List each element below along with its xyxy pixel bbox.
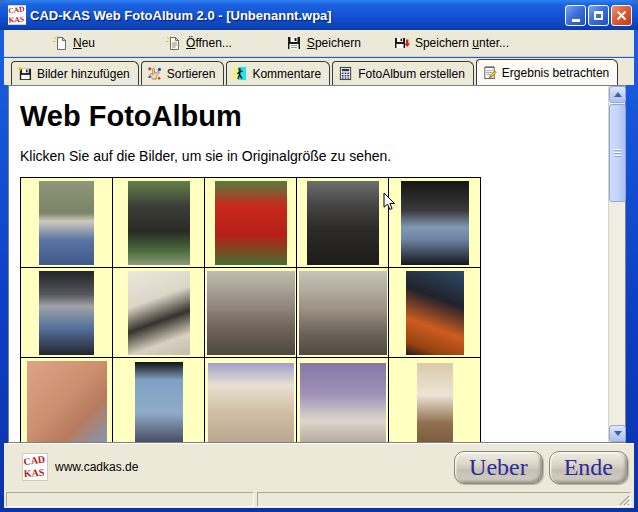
photo-thumbnail[interactable]	[215, 181, 287, 265]
app-window: CAD KAS CAD-KAS Web FotoAlbum 2.0 - [Unb…	[0, 0, 638, 512]
status-bar	[4, 490, 634, 508]
photo-thumbnail[interactable]	[299, 271, 387, 355]
photo-row	[21, 178, 481, 268]
photo-cell[interactable]	[21, 358, 113, 443]
photo-thumbnail[interactable]	[128, 181, 190, 265]
tab-label: FotoAlbum erstellen	[358, 67, 465, 81]
view-result-icon	[482, 65, 497, 80]
open-button[interactable]: Öffnen...	[161, 33, 236, 53]
minimize-icon	[572, 19, 580, 22]
tab-label: Kommentare	[252, 67, 321, 81]
window-title: CAD-KAS Web FotoAlbum 2.0 - [Unbenannt.w…	[30, 8, 565, 23]
titlebar[interactable]: CAD KAS CAD-KAS Web FotoAlbum 2.0 - [Unb…	[0, 0, 638, 30]
new-document-icon	[52, 35, 68, 51]
status-panel-left	[6, 492, 254, 507]
comments-icon	[232, 66, 247, 81]
minimize-button[interactable]	[565, 5, 586, 26]
photo-cell[interactable]	[389, 178, 481, 268]
exit-button[interactable]: Ende	[549, 451, 628, 484]
tab-fotoalbum-erstellen[interactable]: FotoAlbum erstellen	[332, 61, 474, 85]
thumb-grip	[614, 153, 621, 154]
photo-grid	[20, 177, 481, 442]
thumb-grip	[614, 156, 621, 157]
save-as-icon	[394, 35, 410, 51]
photo-thumbnail[interactable]	[208, 363, 294, 443]
chevron-down-icon	[614, 431, 622, 436]
photo-thumbnail[interactable]	[307, 181, 379, 265]
website-link[interactable]: www.cadkas.de	[55, 460, 454, 474]
new-button[interactable]: Neu	[48, 33, 99, 53]
photo-cell[interactable]	[389, 358, 481, 443]
photo-thumbnail[interactable]	[207, 271, 295, 355]
photo-cell[interactable]	[297, 358, 389, 443]
tab-label: Bilder hinzufügen	[37, 67, 130, 81]
close-icon	[616, 10, 627, 21]
scroll-up-button[interactable]	[609, 86, 626, 103]
photo-cell[interactable]	[389, 268, 481, 358]
tab-bilder-hinzufuegen[interactable]: Bilder hinzufügen	[11, 61, 139, 85]
scrollbar-thumb[interactable]	[609, 104, 626, 202]
photo-thumbnail[interactable]	[135, 362, 183, 443]
photo-thumbnail[interactable]	[401, 181, 469, 265]
thumb-grip	[614, 150, 621, 151]
album-preview: Web FotoAlbum Klicken Sie auf die Bilder…	[9, 86, 608, 442]
photo-thumbnail[interactable]	[39, 181, 94, 265]
chevron-up-icon	[614, 92, 622, 97]
photo-thumbnail[interactable]	[27, 361, 107, 443]
scroll-down-button[interactable]	[609, 425, 626, 442]
save-as-button[interactable]: Speichern unter...	[390, 33, 513, 53]
photo-cell[interactable]	[297, 178, 389, 268]
photo-cell[interactable]	[205, 268, 297, 358]
tab-bar: Bilder hinzufügen Sortieren Kommentar	[4, 58, 634, 85]
tab-label: Ergebnis betrachten	[502, 66, 609, 80]
add-images-icon	[17, 66, 32, 81]
photo-thumbnail[interactable]	[406, 271, 464, 355]
about-button[interactable]: Ueber	[454, 451, 543, 484]
tab-sortieren[interactable]: Sortieren	[141, 61, 225, 85]
photo-cell[interactable]	[113, 358, 205, 443]
maximize-button[interactable]	[588, 5, 609, 26]
maximize-icon	[594, 11, 603, 20]
save-button[interactable]: Speichern	[282, 33, 365, 53]
photo-cell[interactable]	[21, 268, 113, 358]
photo-cell[interactable]	[113, 178, 205, 268]
sort-icon	[147, 66, 162, 81]
save-icon	[286, 35, 302, 51]
open-icon	[165, 35, 181, 51]
photo-cell[interactable]	[21, 178, 113, 268]
photo-row	[21, 268, 481, 358]
photo-thumbnail[interactable]	[417, 363, 453, 443]
photo-row	[21, 358, 481, 443]
instruction-text: Klicken Sie auf die Bilder, um sie in Or…	[20, 148, 608, 164]
footer-panel: CAD KAS www.cadkas.de Ueber Ende	[4, 443, 634, 490]
cadkas-logo: CAD KAS	[22, 453, 48, 481]
photo-cell[interactable]	[113, 268, 205, 358]
photo-cell[interactable]	[205, 358, 297, 443]
svg-text:KAS: KAS	[8, 14, 24, 24]
create-album-icon	[338, 66, 353, 81]
tab-kommentare[interactable]: Kommentare	[226, 61, 330, 85]
photo-thumbnail[interactable]	[39, 271, 94, 355]
photo-cell[interactable]	[205, 178, 297, 268]
close-button[interactable]	[611, 5, 632, 26]
preview-pane: Web FotoAlbum Klicken Sie auf die Bilder…	[8, 85, 626, 443]
status-panel-right	[257, 492, 631, 507]
tab-label: Sortieren	[167, 67, 216, 81]
page-title: Web FotoAlbum	[20, 100, 608, 133]
tab-ergebnis-betrachten[interactable]: Ergebnis betrachten	[476, 59, 618, 85]
photo-cell[interactable]	[297, 268, 389, 358]
resize-grip[interactable]	[617, 493, 630, 506]
photo-thumbnail[interactable]	[128, 271, 190, 355]
photo-thumbnail[interactable]	[300, 363, 386, 443]
vertical-scrollbar[interactable]	[608, 86, 625, 442]
svg-text:KAS: KAS	[23, 467, 45, 479]
main-toolbar: Neu Öffnen... Speichern	[4, 30, 634, 57]
app-logo-icon: CAD KAS	[8, 5, 26, 25]
